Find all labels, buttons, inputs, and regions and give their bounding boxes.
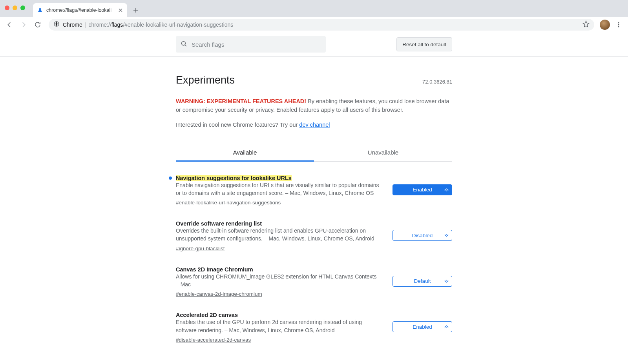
modified-dot-icon [169, 177, 172, 180]
window-maximize-icon[interactable] [20, 5, 25, 10]
new-tab-button[interactable] [130, 5, 141, 16]
back-button[interactable] [4, 19, 15, 30]
flag-anchor-link[interactable]: #disable-accelerated-2d-canvas [176, 337, 251, 343]
flag-anchor-link[interactable]: #enable-lookalike-url-navigation-suggest… [176, 200, 281, 206]
flags-list: Navigation suggestions for lookalike URL… [176, 175, 452, 343]
search-flags-box[interactable] [176, 36, 326, 53]
window-minimize-icon[interactable] [13, 5, 17, 10]
interested-prefix: Interested in cool new Chrome features? … [176, 122, 299, 128]
bookmark-icon[interactable] [582, 20, 590, 29]
flag-description: Enable navigation suggestions for URLs t… [176, 181, 381, 197]
flag-info: Accelerated 2D canvasEnables the use of … [176, 312, 381, 343]
flag-title: Override software rendering list [176, 220, 262, 227]
tab-title: chrome://flags/#enable-lookali [46, 7, 118, 13]
flag-description: Overrides the built-in software renderin… [176, 227, 381, 243]
chrome-version: 72.0.3626.81 [422, 79, 452, 85]
flag-control: Default [392, 266, 452, 287]
dev-channel-link[interactable]: dev channel [299, 122, 330, 128]
content-area: Reset all to default Experiments 72.0.36… [0, 32, 628, 364]
tabs: Available Unavailable [176, 144, 452, 162]
toolbar: Chrome | chrome://flags/#enable-lookalik… [0, 17, 628, 32]
browser-tab[interactable]: chrome://flags/#enable-lookali [33, 3, 127, 17]
flag-description: Allows for using CHROMIUM_image GLES2 ex… [176, 273, 381, 289]
flag-title: Canvas 2D Image Chromium [176, 266, 253, 273]
svg-point-2 [618, 24, 619, 25]
window-close-icon[interactable] [5, 5, 9, 10]
svg-point-1 [618, 22, 619, 23]
flags-topbar: Reset all to default [0, 32, 628, 57]
search-icon [181, 40, 188, 49]
chrome-menu-icon[interactable] [613, 19, 624, 30]
warning-text: WARNING: EXPERIMENTAL FEATURES AHEAD! By… [176, 97, 452, 115]
svg-point-3 [618, 26, 619, 27]
reload-button[interactable] [32, 19, 43, 30]
close-tab-icon[interactable] [118, 7, 123, 13]
flag-title: Navigation suggestions for lookalike URL… [176, 175, 292, 181]
page-title: Experiments [176, 74, 235, 86]
flag-row: Accelerated 2D canvasEnables the use of … [176, 312, 452, 343]
forward-button[interactable] [18, 19, 29, 30]
url-scheme: chrome:// [88, 22, 111, 28]
profile-avatar[interactable] [600, 20, 610, 30]
window-controls [5, 5, 25, 10]
url-text: Chrome | chrome://flags/#enable-lookalik… [63, 22, 233, 28]
tab-strip: chrome://flags/#enable-lookali [0, 0, 628, 17]
flag-anchor-link[interactable]: #ignore-gpu-blacklist [176, 246, 225, 251]
flag-state-select[interactable]: Disabled [392, 230, 452, 241]
svg-point-4 [182, 41, 186, 45]
flag-state-select[interactable]: Enabled [392, 184, 452, 195]
flag-state-select[interactable]: Default [392, 276, 452, 287]
url-host: flags [111, 22, 123, 28]
flag-anchor-link[interactable]: #enable-canvas-2d-image-chromium [176, 291, 262, 297]
url-path: /#enable-lookalike-url-navigation-sugges… [123, 22, 233, 28]
search-flags-input[interactable] [192, 41, 321, 48]
interested-text: Interested in cool new Chrome features? … [176, 122, 452, 128]
warning-bold: WARNING: EXPERIMENTAL FEATURES AHEAD! [176, 98, 306, 104]
flag-control: Enabled [392, 312, 452, 332]
flag-row: Navigation suggestions for lookalike URL… [176, 175, 452, 206]
flag-title: Accelerated 2D canvas [176, 312, 238, 318]
flag-state-select[interactable]: Enabled [392, 321, 452, 332]
flag-row: Canvas 2D Image ChromiumAllows for using… [176, 266, 452, 297]
flask-icon [37, 7, 43, 13]
tab-unavailable[interactable]: Unavailable [314, 144, 452, 161]
tab-available[interactable]: Available [176, 144, 314, 161]
url-site-label: Chrome [63, 22, 82, 28]
reset-all-button[interactable]: Reset all to default [396, 37, 452, 51]
site-info-icon[interactable] [53, 21, 60, 28]
flag-description: Enables the use of the GPU to perform 2d… [176, 318, 381, 334]
flag-control: Enabled [392, 175, 452, 195]
flag-info: Navigation suggestions for lookalike URL… [176, 175, 381, 206]
flag-control: Disabled [392, 220, 452, 241]
flag-info: Canvas 2D Image ChromiumAllows for using… [176, 266, 381, 297]
address-bar[interactable]: Chrome | chrome://flags/#enable-lookalik… [49, 19, 594, 31]
flag-row: Override software rendering listOverride… [176, 220, 452, 251]
flag-info: Override software rendering listOverride… [176, 220, 381, 251]
